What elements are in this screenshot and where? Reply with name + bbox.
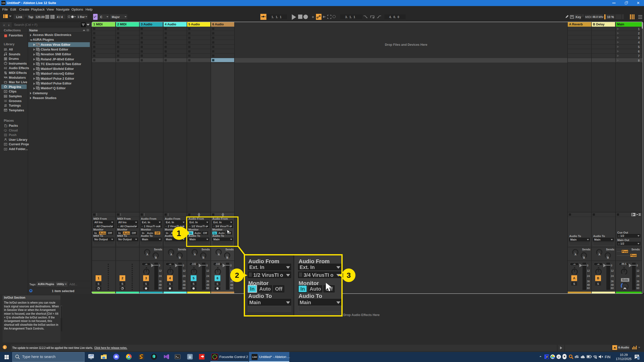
svg-text:2: 2 xyxy=(638,357,639,359)
svg-text:2: 2 xyxy=(235,271,239,279)
svg-text:d: d xyxy=(558,355,559,358)
svg-text:3: 3 xyxy=(347,271,351,279)
svg-text:F: F xyxy=(546,355,548,358)
svg-text:1: 1 xyxy=(177,229,181,238)
